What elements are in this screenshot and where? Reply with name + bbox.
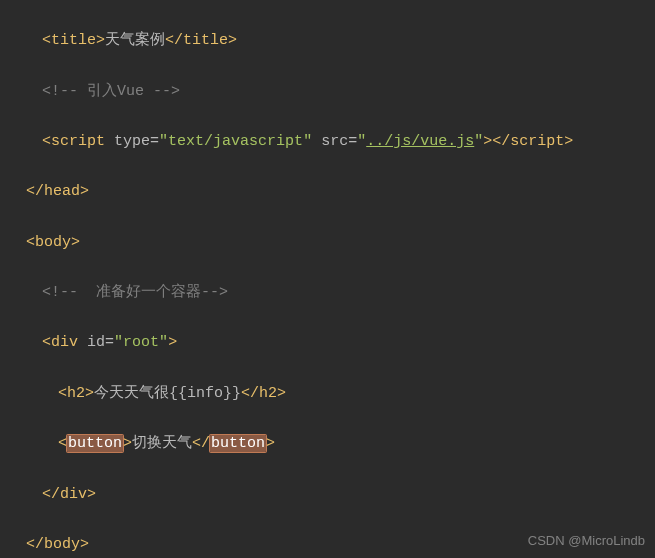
code-line: </div>: [0, 482, 655, 507]
code-line: <div id="root">: [0, 330, 655, 355]
watermark: CSDN @MicroLindb: [528, 530, 645, 552]
highlighted-tag: button: [210, 435, 266, 452]
code-line: <title>天气案例</title>: [0, 28, 655, 53]
code-line: <body>: [0, 230, 655, 255]
highlighted-tag: button: [67, 435, 123, 452]
code-line: </head>: [0, 179, 655, 204]
code-line: <!-- 引入Vue -->: [0, 79, 655, 104]
code-line: <script type="text/javascript" src="../j…: [0, 129, 655, 154]
code-line: <button>切换天气</button>: [0, 431, 655, 456]
code-line: <!-- 准备好一个容器-->: [0, 280, 655, 305]
code-editor[interactable]: <title>天气案例</title> <!-- 引入Vue --> <scri…: [0, 0, 655, 558]
code-line: <h2>今天天气很{{info}}</h2>: [0, 381, 655, 406]
